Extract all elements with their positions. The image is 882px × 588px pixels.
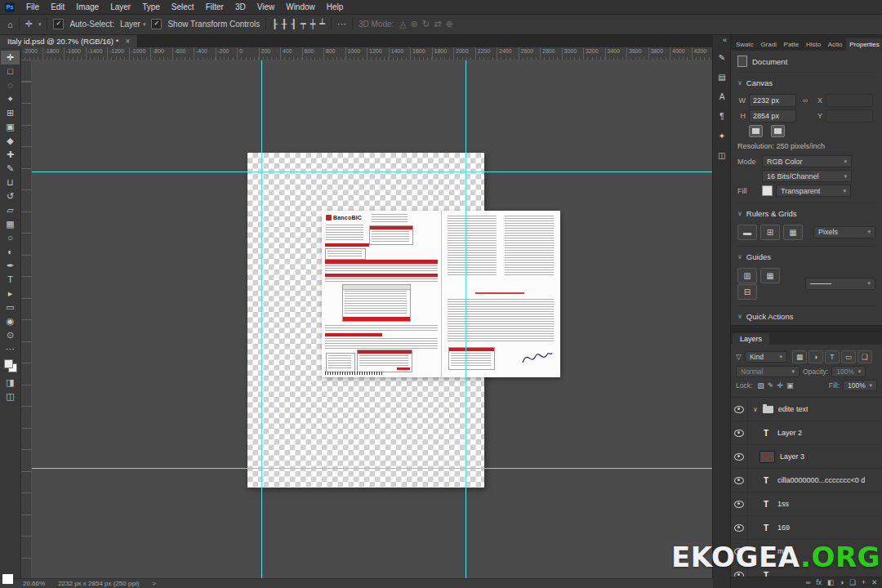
canvas-fill-dropdown[interactable]: Transparent ▾ bbox=[776, 185, 851, 197]
canvas-section-header[interactable]: ∨ Canvas bbox=[737, 73, 875, 91]
status-chevron-icon[interactable]: > bbox=[152, 580, 156, 587]
layer-mask-icon[interactable]: ◧ bbox=[827, 579, 834, 586]
history-brush-tool[interactable]: ↺ bbox=[1, 189, 20, 203]
lock-position-icon[interactable]: ✛ bbox=[775, 381, 785, 390]
panel-tab-actio[interactable]: Actio bbox=[825, 38, 845, 51]
opacity-dropdown[interactable]: 100% ▾ bbox=[831, 366, 866, 377]
blur-tool[interactable]: ○ bbox=[1, 231, 20, 245]
menu-window[interactable]: Window bbox=[280, 0, 321, 14]
lock-transparency-icon[interactable]: ▨ bbox=[755, 381, 766, 390]
character-panel-icon[interactable]: A bbox=[714, 90, 730, 104]
orientation-portrait-button[interactable] bbox=[749, 125, 763, 137]
align-bottom-icon[interactable]: ┷ bbox=[319, 19, 325, 29]
clear-guides-icon[interactable]: ⊟ bbox=[737, 284, 757, 300]
add-guide-icon[interactable]: ▥ bbox=[737, 268, 757, 283]
crop-tool[interactable]: ⊞ bbox=[1, 106, 20, 120]
align-center-horizontal-icon[interactable]: ╂ bbox=[282, 19, 287, 29]
menu-file[interactable]: File bbox=[20, 0, 45, 14]
menu-type[interactable]: Type bbox=[136, 0, 166, 14]
layer-effects-icon[interactable]: fx bbox=[816, 579, 822, 586]
guide-horizontal-2[interactable] bbox=[20, 468, 713, 469]
panel-tab-patte[interactable]: Patte bbox=[781, 38, 802, 51]
glyphs-panel-icon[interactable]: ✦ bbox=[714, 129, 730, 143]
document-image[interactable]: BancoBIC bbox=[322, 211, 560, 377]
home-icon[interactable]: ⌂ bbox=[7, 20, 13, 29]
panel-tab-histo[interactable]: Histo bbox=[803, 38, 824, 51]
layer-visibility-toggle[interactable] bbox=[731, 492, 748, 515]
canvas[interactable]: BancoBIC bbox=[20, 60, 713, 578]
link-dimensions-icon[interactable]: ∞ bbox=[800, 96, 811, 105]
layer-visibility-toggle[interactable] bbox=[731, 516, 748, 539]
show-transform-checkbox[interactable]: ✓ bbox=[151, 19, 162, 29]
menu-3d[interactable]: 3D bbox=[229, 0, 252, 14]
close-icon[interactable]: × bbox=[125, 37, 130, 46]
delete-layer-icon[interactable]: ✕ bbox=[871, 579, 877, 586]
bit-depth-dropdown[interactable]: 16 Bits/Channel ▾ bbox=[762, 170, 852, 182]
clone-stamp-tool[interactable]: ⊔ bbox=[1, 176, 20, 189]
guide-style-dropdown[interactable]: ▾ bbox=[805, 278, 875, 290]
pen-tool[interactable]: ✒ bbox=[1, 259, 20, 273]
layer-fill-dropdown[interactable]: 100% ▾ bbox=[843, 380, 877, 391]
horizontal-ruler[interactable]: -2000-1800-1600-1400-1200-1000-800-600-4… bbox=[20, 47, 713, 60]
more-options-icon[interactable]: ⋯ bbox=[337, 19, 346, 29]
adjustment-layer-icon[interactable]: ◑ bbox=[840, 579, 844, 586]
quick-selection-tool[interactable]: ✦ bbox=[1, 92, 20, 106]
auto-select-target-dropdown[interactable]: Layer ▾ bbox=[120, 20, 146, 29]
eraser-tool[interactable]: ▱ bbox=[1, 203, 20, 217]
dodge-tool[interactable]: ◐ bbox=[1, 245, 20, 259]
zoom-tool[interactable]: ⊙ bbox=[1, 328, 20, 342]
screen-mode-button[interactable]: ◫ bbox=[1, 390, 20, 403]
move-tool[interactable]: ✛ bbox=[1, 51, 20, 65]
layer-row[interactable]: T1ss bbox=[731, 492, 882, 516]
layer-visibility-toggle[interactable] bbox=[731, 469, 748, 492]
align-center-vertical-icon[interactable]: ┿ bbox=[310, 19, 316, 29]
align-top-icon[interactable]: ┯ bbox=[301, 19, 306, 29]
guide-vertical-1[interactable] bbox=[261, 60, 262, 578]
adjustment-layer-filter-icon[interactable]: ◑ bbox=[808, 350, 823, 363]
panel-tab-swatc[interactable]: Swatc bbox=[733, 38, 756, 51]
layer-row[interactable]: TLayer 2 bbox=[731, 421, 882, 445]
document-tab[interactable]: Italy id.psd @ 20.7% (RGB/16) * × bbox=[0, 34, 138, 47]
layer-group-icon[interactable]: ❏ bbox=[849, 579, 856, 586]
orientation-landscape-button[interactable] bbox=[771, 125, 785, 137]
toggle-grid-icon[interactable]: ⊞ bbox=[760, 225, 780, 240]
healing-brush-tool[interactable]: ✚ bbox=[1, 148, 20, 162]
layer-row[interactable]: Layer 3 bbox=[731, 445, 882, 469]
align-left-icon[interactable]: ┠ bbox=[272, 19, 278, 29]
gradient-tool[interactable]: ▦ bbox=[1, 217, 20, 231]
width-input[interactable]: 2232 px bbox=[749, 94, 796, 107]
brushes-panel-icon[interactable]: ▤ bbox=[714, 70, 730, 84]
layer-visibility-toggle[interactable] bbox=[731, 398, 748, 421]
menu-view[interactable]: View bbox=[252, 0, 281, 14]
paragraph-panel-icon[interactable]: ¶ bbox=[714, 109, 730, 123]
brush-tool[interactable]: ✎ bbox=[1, 162, 20, 176]
rulers-grids-section-header[interactable]: ∨ Rulers & Grids bbox=[737, 203, 875, 222]
guide-vertical-2[interactable] bbox=[466, 60, 466, 578]
layer-visibility-toggle[interactable] bbox=[731, 445, 748, 468]
type-tool[interactable]: T bbox=[1, 273, 20, 287]
menu-filter[interactable]: Filter bbox=[200, 0, 229, 14]
menu-edit[interactable]: Edit bbox=[45, 0, 70, 14]
layer-row[interactable]: ∨edite text bbox=[731, 398, 882, 421]
chevron-down-icon[interactable]: ∨ bbox=[753, 406, 758, 413]
new-layer-icon[interactable]: + bbox=[862, 579, 866, 586]
zoom-level[interactable]: 20.66% bbox=[23, 580, 45, 587]
menu-help[interactable]: Help bbox=[321, 0, 350, 14]
shape-layer-filter-icon[interactable]: ▭ bbox=[841, 350, 856, 363]
frame-tool[interactable]: ▣ bbox=[1, 120, 20, 134]
vertical-ruler[interactable] bbox=[20, 60, 32, 578]
panel-tab-properties[interactable]: Properties bbox=[846, 38, 882, 51]
toggle-rulers-icon[interactable]: ▬ bbox=[737, 225, 757, 240]
lasso-tool[interactable]: ◌ bbox=[1, 78, 20, 92]
height-input[interactable]: 2854 px bbox=[749, 109, 796, 122]
eyedropper-tool[interactable]: ◆ bbox=[1, 134, 20, 148]
blend-mode-dropdown[interactable]: Normal ▾ bbox=[736, 366, 800, 377]
menu-image[interactable]: Image bbox=[70, 0, 105, 14]
layer-filter-dropdown[interactable]: Kind ▾ bbox=[745, 351, 787, 363]
auto-select-checkbox[interactable]: ✓ bbox=[53, 19, 64, 29]
color-mode-dropdown[interactable]: RGB Color ▾ bbox=[762, 155, 852, 167]
lock-pixels-icon[interactable]: ✎ bbox=[766, 381, 776, 390]
toggle-snap-icon[interactable]: ▦ bbox=[783, 225, 803, 240]
edit-toolbar-button[interactable]: ⋯ bbox=[1, 342, 20, 356]
menu-layer[interactable]: Layer bbox=[105, 0, 136, 14]
